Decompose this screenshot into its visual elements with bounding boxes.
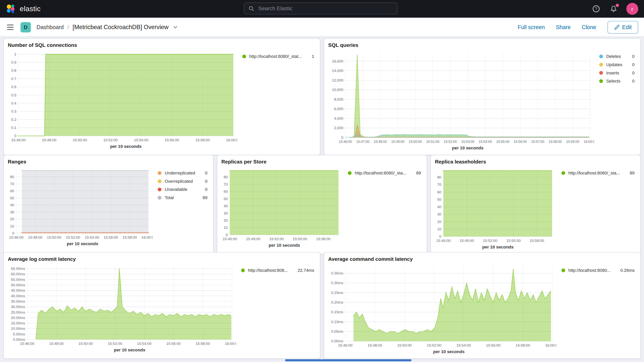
chart-area[interactable]: 0.00ms5.00ms10.00ms15.00ms20.00ms25.00ms… [7,263,236,357]
svg-text:0: 0 [226,233,228,237]
svg-text:0.5: 0.5 [11,93,16,97]
svg-text:12,000: 12,000 [332,78,344,82]
svg-text:15:54:00: 15:54:00 [85,235,99,240]
svg-text:15:52:00: 15:52:00 [269,237,284,241]
chart-legend: http://localhost:8080/_stat...1 [237,49,317,153]
chart-legend: http://localhost:808...22.74ms [236,263,316,357]
svg-text:80: 80 [10,175,14,179]
svg-text:0.25ms: 0.25ms [331,291,344,295]
panel-replicas-per-store: Replicas per Store 0102030405060708015:4… [217,155,427,254]
svg-text:15:50:00: 15:50:00 [47,235,61,240]
legend-value: 0 [198,179,208,184]
legend-color-dot [561,268,565,272]
legend-item[interactable]: http://localhost:808...22.74ms [241,268,314,273]
legend-item[interactable]: http://localhost:8080/_stat...1 [242,54,314,59]
panel-ranges: Ranges 0102030405060708015:46:0015:48:00… [3,155,214,254]
svg-text:15:52:00: 15:52:00 [103,138,118,142]
svg-text:60: 60 [224,190,228,194]
chart-area[interactable]: 0102030405060708015:46:0015:49:0015:52:0… [220,166,343,252]
svg-text:5.00ms: 5.00ms [13,332,25,336]
legend-label: http://localhost:8080/_stat... [249,54,302,59]
legend-label: Inserts [606,70,619,75]
legend-item[interactable]: Inserts0 [599,70,634,75]
svg-text:35.00ms: 35.00ms [11,299,25,304]
global-search[interactable] [244,2,398,14]
menu-button[interactable] [2,18,18,36]
panel-average-log-commit-latency: Average log commit latency 0.00ms5.00ms1… [3,252,320,359]
chart-area[interactable]: 0102030405060708015:46:0015:48:0015:50:0… [7,166,153,252]
brand[interactable]: elastic [6,4,41,14]
svg-text:15:56:00: 15:56:00 [486,343,500,347]
svg-text:15:56:00: 15:56:00 [514,140,527,144]
chart-area[interactable]: 0102030405060708015:46:0015:49:0015:52:0… [434,166,556,252]
legend-color-dot [242,54,246,58]
svg-text:per 10 seconds: per 10 seconds [433,349,465,354]
svg-text:10.00ms: 10.00ms [11,326,25,330]
share-button[interactable]: Share [556,24,571,30]
svg-text:15:46:00: 15:46:00 [436,239,450,243]
edit-button[interactable]: Edit [607,21,638,34]
legend-label: Selects [606,78,620,84]
svg-text:15:58:00: 15:58:00 [530,239,544,243]
panel-title: Number of SQL connections [8,42,316,48]
svg-text:15:58:00: 15:58:00 [123,235,137,240]
legend-color-dot [158,196,162,199]
panel-average-command-commit-latency: Average command commit latency 0.00ms0.0… [324,252,641,359]
panel-sql-queries: SQL queries 02,0004,0006,0008,00010,0001… [324,38,641,155]
legend-item[interactable]: Overreplicated0 [158,179,208,184]
svg-text:15:54:00: 15:54:00 [137,342,152,346]
svg-text:50.00ms: 50.00ms [11,283,25,287]
svg-text:65.00ms: 65.00ms [11,266,25,271]
svg-text:0.3: 0.3 [11,109,16,113]
title-menu-button[interactable] [173,25,178,30]
legend-item[interactable]: Deletes0 [599,54,634,59]
chart-area[interactable]: 00.10.20.30.40.50.60.70.80.9115:46:0015:… [7,49,237,153]
svg-text:15:54:00: 15:54:00 [134,138,148,142]
legend-value: 22.74ms [291,268,314,273]
horizontal-scrollbar-thumb[interactable] [285,359,412,362]
chart-area[interactable]: 0.00ms0.05ms0.10ms0.15ms0.20ms0.25ms0.30… [328,263,556,357]
help-icon[interactable]: ? [591,4,601,14]
svg-text:15:51:00: 15:51:00 [426,140,440,144]
svg-text:15:49:00: 15:49:00 [246,237,260,241]
legend-color-dot [599,79,603,83]
chart-legend: Deletes0Updates0Inserts0Selects0 [594,49,637,153]
legend-item[interactable]: http://localhost:8080/_sta...89 [348,170,421,176]
svg-text:15:56:00: 15:56:00 [166,342,181,346]
svg-text:50: 50 [437,198,441,202]
svg-text:15:54:00: 15:54:00 [456,343,471,347]
legend-item[interactable]: Updates0 [599,62,634,67]
breadcrumb-dashboard-link[interactable]: Dashboard [37,24,64,30]
full-screen-button[interactable]: Full screen [518,24,545,30]
svg-text:30: 30 [10,210,14,214]
svg-text:1: 1 [14,52,16,56]
legend-item[interactable]: Selects0 [599,78,634,84]
legend-item[interactable]: Underreplicated0 [158,170,208,176]
svg-text:0.8: 0.8 [11,68,16,72]
legend-item[interactable]: Total89 [158,195,208,200]
search-input[interactable] [258,5,393,12]
legend-value: 0.26ms [614,268,634,273]
clone-button[interactable]: Clone [582,24,596,30]
legend-value: 0 [626,62,634,67]
svg-text:16:00:00: 16:00:00 [545,343,557,347]
legend-color-dot [348,171,352,175]
user-avatar[interactable]: r [626,3,638,15]
svg-text:15:50:00: 15:50:00 [398,343,412,347]
legend-color-dot [599,63,603,66]
svg-text:16,000: 16,000 [332,59,344,63]
svg-text:6,000: 6,000 [334,107,343,111]
legend-item[interactable]: http://localhost:8080/_sta...89 [561,170,634,176]
svg-text:15:55:00: 15:55:00 [496,140,509,144]
legend-item[interactable]: http://localhost:8080...0.26ms [561,268,634,273]
svg-text:15:58:00: 15:58:00 [195,138,210,142]
notifications-icon[interactable] [609,4,618,14]
panel-title: Average log commit latency [8,256,316,262]
svg-text:30: 30 [224,211,228,215]
chart-area[interactable]: 02,0004,0006,0008,00010,00012,00014,0001… [328,49,594,153]
svg-text:0.20ms: 0.20ms [331,300,344,304]
svg-text:60: 60 [10,189,14,193]
legend-item[interactable]: Unavailable0 [158,187,208,192]
chart-legend: http://localhost:8080/_sta...89 [556,166,637,252]
svg-text:0.05ms: 0.05ms [331,330,344,334]
